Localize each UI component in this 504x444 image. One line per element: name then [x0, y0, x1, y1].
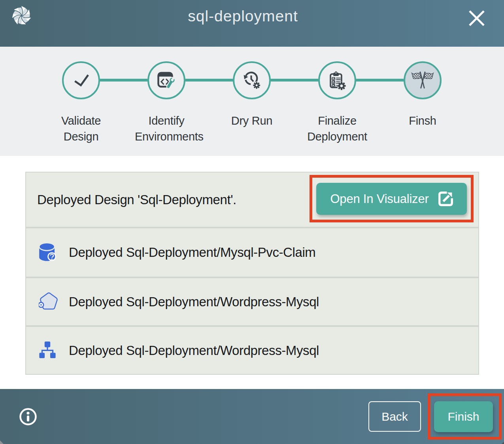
modal-header: sql-deployment: [0, 0, 504, 47]
info-icon: [19, 408, 37, 426]
step-circle-finsh[interactable]: [404, 61, 442, 99]
step-dry-run: [209, 47, 294, 99]
checkered-flags-icon: [411, 69, 434, 92]
dry-run-history-gear-icon: [242, 70, 262, 91]
deployed-design-row: Deployed Design 'Sql-Deployment'. Open I…: [26, 173, 478, 227]
deployed-design-text: Deployed Design 'Sql-Deployment'.: [37, 192, 236, 207]
deployed-item-text: Deployed Sql-Deployment/Wordpress-Mysql: [69, 343, 319, 358]
info-button[interactable]: [19, 408, 37, 426]
step-circle-finalize-deployment[interactable]: [318, 61, 356, 99]
deployed-item-text: Deployed Sql-Deployment/Mysql-Pvc-Claim: [69, 245, 315, 260]
step-label-validate-design: Validate Design: [38, 113, 124, 144]
deployed-item-row-mysql-pvc-claim: Deployed Sql-Deployment/Mysql-Pvc-Claim: [26, 228, 478, 277]
deployed-item-row-wordpress-mysql-2: Deployed Sql-Deployment/Wordpress-Mysql: [26, 327, 478, 374]
database-icon: [39, 243, 59, 262]
external-link-icon: [438, 192, 453, 206]
pentagon-icon-svg: [39, 292, 59, 311]
step-label-identify-environments: Identify Environments: [124, 113, 209, 144]
back-button[interactable]: Back: [368, 401, 421, 432]
step-label-dry-run: Dry Run: [209, 113, 294, 129]
database-icon-svg: [39, 243, 56, 262]
deployed-item-text: Deployed Sql-Deployment/Wordpress-Mysql: [69, 294, 319, 309]
step-validate-design: [38, 47, 124, 99]
modal-footer: [0, 389, 504, 444]
finish-button[interactable]: Finish: [434, 401, 493, 432]
step-finalize-deployment: [294, 47, 380, 99]
check-icon: [71, 70, 91, 90]
step-label-finsh: Finsh: [380, 113, 465, 129]
modal-title: sql-deployment: [0, 8, 486, 25]
open-in-visualizer-label: Open In Visualizer: [330, 192, 428, 206]
close-icon: [468, 10, 485, 27]
page-corner-bottom-right: [502, 442, 504, 444]
hierarchy-icon: [39, 341, 59, 361]
step-circle-dry-run[interactable]: [233, 61, 271, 99]
step-label-finalize-deployment: Finalize Deployment: [294, 113, 380, 144]
code-window-wrench-icon: [156, 70, 177, 91]
page-corner-bottom-left: [0, 440, 4, 444]
step-circle-identify-environments[interactable]: [147, 61, 185, 99]
deployment-wizard-modal: sql-deployment Validate Design: [0, 0, 504, 444]
clipboard-gear-icon: [327, 70, 347, 91]
deployment-stepper: Validate Design Identify: [0, 47, 504, 156]
close-button[interactable]: [466, 8, 487, 28]
hierarchy-icon-svg: [39, 341, 56, 359]
step-finsh: [380, 47, 465, 99]
open-in-visualizer-button[interactable]: Open In Visualizer: [316, 183, 467, 215]
step-circle-validate-design[interactable]: [62, 61, 100, 99]
pentagon-icon: [39, 292, 59, 312]
step-identify-environments: [124, 47, 209, 99]
deployment-results: Deployed Design 'Sql-Deployment'. Open I…: [25, 172, 479, 375]
deployed-item-row-wordpress-mysql-1: Deployed Sql-Deployment/Wordpress-Mysql: [26, 278, 478, 325]
